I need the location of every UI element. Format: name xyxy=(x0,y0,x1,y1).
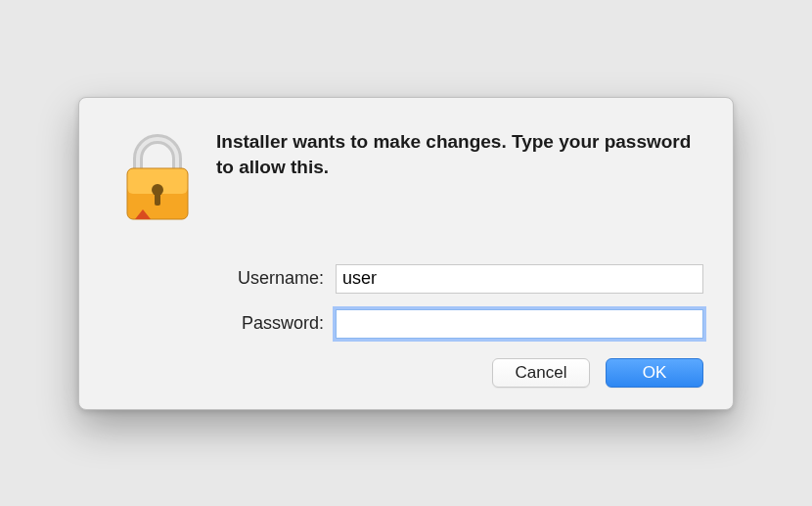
ok-button[interactable]: OK xyxy=(606,358,703,388)
dialog-message-wrap: Installer wants to make changes. Type yo… xyxy=(206,125,703,181)
cancel-button[interactable]: Cancel xyxy=(492,358,590,388)
password-label: Password: xyxy=(216,313,324,334)
auth-form: Username: Password: xyxy=(216,264,703,339)
username-input[interactable] xyxy=(336,264,703,294)
password-row: Password: xyxy=(216,309,703,339)
dialog-button-row: Cancel OK xyxy=(109,358,703,388)
dialog-header-row: Installer wants to make changes. Type yo… xyxy=(109,125,703,237)
username-label: Username: xyxy=(216,268,324,289)
password-input[interactable] xyxy=(336,309,703,339)
stage: Installer wants to make changes. Type yo… xyxy=(0,0,812,506)
username-row: Username: xyxy=(216,264,703,294)
svg-rect-4 xyxy=(155,192,160,206)
dialog-icon-wrap xyxy=(109,125,206,237)
dialog-message: Installer wants to make changes. Type yo… xyxy=(216,129,703,181)
lock-icon xyxy=(113,125,202,237)
auth-dialog: Installer wants to make changes. Type yo… xyxy=(78,97,734,410)
